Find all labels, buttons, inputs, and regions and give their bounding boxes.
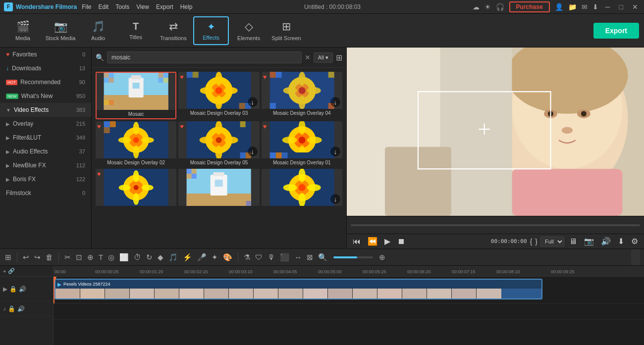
toolbar-media[interactable]: 🎬 Media <box>5 16 41 45</box>
toolbar-stock-media[interactable]: 📷 Stock Media <box>43 16 78 45</box>
cloud-icon[interactable]: ☁ <box>473 3 480 11</box>
play-small-icon[interactable]: ▶ <box>3 286 7 293</box>
rotate-button[interactable]: ↻ <box>145 252 154 263</box>
filter-button[interactable]: All ▾ <box>314 52 333 63</box>
effect-thumb <box>97 73 175 110</box>
group-button[interactable]: ⬛ <box>279 252 290 263</box>
mail-icon[interactable]: ✉ <box>582 3 588 11</box>
undo-button[interactable]: ↩ <box>22 252 30 263</box>
step-back-button[interactable]: ⏪ <box>366 236 379 247</box>
toolbar-titles[interactable]: T Titles <box>118 16 154 45</box>
sidebar-item-overlay[interactable]: ▶ Overlay 215 <box>0 117 91 131</box>
progress-bar[interactable] <box>351 224 640 226</box>
sidebar-item-downloads[interactable]: ↓ Downloads 13 <box>0 61 91 75</box>
sidebar-item-filmstock[interactable]: Filmstock 0 <box>0 186 91 200</box>
menu-view[interactable]: View <box>136 3 149 10</box>
audio-track-icon[interactable]: 🔊 <box>19 286 26 293</box>
zoom-in-button[interactable]: ⊕ <box>378 252 386 263</box>
keyframe-button[interactable]: ◆ <box>157 252 164 263</box>
mask-button[interactable]: ⬜ <box>118 252 130 263</box>
skip-back-button[interactable]: ⏮ <box>351 236 363 247</box>
purchase-button[interactable]: Purchase <box>509 1 550 12</box>
export-button[interactable]: Export <box>593 23 639 39</box>
audio-button[interactable]: 🎵 <box>167 252 179 263</box>
play-button[interactable]: ▶ <box>382 236 392 247</box>
transform-button[interactable]: ⊕ <box>86 252 95 263</box>
speed-button[interactable]: ⚡ <box>182 252 193 263</box>
zoom-slider[interactable] <box>333 256 373 258</box>
sidebar-item-filter-lut[interactable]: ▶ Filter&LUT 349 <box>0 131 91 145</box>
note-icon[interactable]: ♪ <box>3 305 6 312</box>
bracket-right[interactable]: } <box>535 238 537 246</box>
close-button[interactable]: ✕ <box>630 3 640 11</box>
replace-button[interactable]: ↔ <box>293 252 303 262</box>
effect-item-mosaic[interactable]: Mosaic <box>96 72 176 119</box>
lock2-icon[interactable]: 🔒 <box>8 305 15 312</box>
quality-select[interactable]: Full <box>540 237 564 246</box>
effect-item-mosaic-04[interactable]: ♥ <box>262 72 342 119</box>
mic-button[interactable]: 🎙 <box>267 252 276 262</box>
sidebar-item-audio-effects[interactable]: ▶ Audio Effects 37 <box>0 145 91 158</box>
sidebar-item-recommended[interactable]: HOT Recommended 90 <box>0 75 91 89</box>
stop-button[interactable]: ⏹ <box>395 236 407 247</box>
camera-icon[interactable]: 📷 <box>582 236 596 247</box>
effect-item-row3-2[interactable] <box>178 169 259 209</box>
color-button[interactable]: 🎨 <box>222 252 233 263</box>
download-btn[interactable]: ⬇ <box>616 236 626 247</box>
delete-button[interactable]: 🗑 <box>45 252 54 262</box>
effect-item-mosaic-02[interactable]: ♥ Mosaic Design Ov <box>96 121 176 167</box>
time-remap-button[interactable]: ⏱ <box>133 252 142 262</box>
menu-help[interactable]: Help <box>180 3 193 10</box>
cut-button[interactable]: ✂ <box>63 252 72 263</box>
effect-item-row3-3[interactable]: ↓ <box>262 169 342 209</box>
volume2-icon[interactable]: 🔊 <box>17 305 25 312</box>
sidebar-item-boris[interactable]: ▶ Boris FX 122 <box>0 172 91 186</box>
headset-icon[interactable]: 🎧 <box>496 3 504 11</box>
menu-edit[interactable]: Edit <box>98 3 108 10</box>
volume-icon[interactable]: 🔊 <box>599 236 613 247</box>
search-input[interactable] <box>107 51 302 63</box>
download-icon[interactable]: ⬇ <box>592 3 598 11</box>
toolbar-effects[interactable]: ✦ Effects <box>193 16 229 45</box>
sidebar-item-newblue[interactable]: ▶ NewBlue FX 112 <box>0 158 91 172</box>
effect-item-mosaic-03[interactable]: ♥ <box>178 72 259 119</box>
match-button[interactable]: ⚗ <box>243 252 251 263</box>
sidebar-item-video-effects[interactable]: ▼ Video Effects 383 <box>0 103 91 117</box>
effect-item-mosaic-05[interactable]: ♥ ↓ Mosa <box>178 121 259 167</box>
zoom-out-button[interactable]: 🔍 <box>317 252 328 263</box>
motion-button[interactable]: ◎ <box>107 252 115 263</box>
ai-button[interactable]: ✦ <box>211 252 219 263</box>
crop-button[interactable]: ⊡ <box>75 252 83 263</box>
voice-button[interactable]: 🎤 <box>196 252 208 263</box>
grid-view-button[interactable]: ⊞ <box>336 53 342 62</box>
screen-icon[interactable]: 🖥 <box>567 236 579 247</box>
effect-item-mosaic-01[interactable]: ♥ ↓ <box>262 121 342 167</box>
search-clear-button[interactable]: ✕ <box>305 53 311 61</box>
pip-button[interactable]: ⊠ <box>306 252 314 263</box>
folder-icon[interactable]: 📁 <box>568 3 577 11</box>
sidebar-item-whats-new[interactable]: NEW What's New 950 <box>0 89 91 103</box>
toolbar-audio[interactable]: 🎵 Audio <box>80 16 116 45</box>
bracket-left[interactable]: { <box>530 238 533 246</box>
menu-file[interactable]: File <box>82 3 91 10</box>
minimize-button[interactable]: ─ <box>603 3 612 11</box>
video-clip[interactable]: ▶ Pexels Videos 2587224 <box>54 279 542 299</box>
lock-icon[interactable]: 🔒 <box>9 286 17 293</box>
settings-btn[interactable]: ⚙ <box>629 236 640 247</box>
scene-detect-button[interactable]: ⊞ <box>4 252 12 263</box>
user-icon[interactable]: 👤 <box>555 3 563 11</box>
shield-button[interactable]: 🛡 <box>254 252 264 262</box>
sun-icon[interactable]: ☀ <box>484 3 491 11</box>
track-add-button[interactable]: + <box>3 268 6 274</box>
toolbar-split-screen[interactable]: ⊞ Split Screen <box>268 16 304 45</box>
text-button[interactable]: T <box>98 252 104 262</box>
menu-tools[interactable]: Tools <box>115 3 129 10</box>
sidebar-item-favorites[interactable]: ♥ Favorites 0 <box>0 48 91 61</box>
menu-export[interactable]: Export <box>156 3 173 10</box>
toolbar-elements[interactable]: ◇ Elements <box>231 16 267 45</box>
effect-item-row3-1[interactable]: ♥ <box>96 169 176 209</box>
redo-button[interactable]: ↪ <box>33 252 42 263</box>
toolbar-transitions[interactable]: ⇄ Transitions <box>156 16 191 45</box>
link-button[interactable]: 🔗 <box>8 268 15 274</box>
maximize-button[interactable]: □ <box>617 3 625 11</box>
